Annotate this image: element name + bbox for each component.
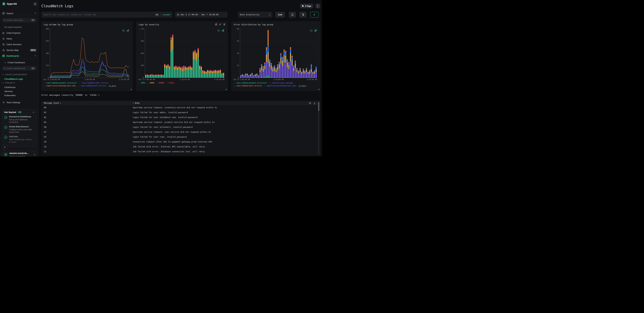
kebab-icon [318,5,318,7]
calendar-icon [177,14,179,16]
sql-toggle[interactable]: SQL [155,13,159,16]
column-body[interactable]: Body [133,102,140,104]
legend-item[interactable]: —INFO [139,82,145,84]
wrap-text-icon[interactable] [309,102,311,104]
kbd-shortcut: ⌘K [31,67,35,70]
sidebar-item-search[interactable]: Search [0,11,39,15]
section-presets[interactable]: PRESETS [0,81,39,84]
search-icon [4,19,6,21]
legend-more[interactable]: +1 more [298,85,306,87]
legend-item[interactable]: —ERROR [156,82,164,84]
live-button[interactable]: Live [275,12,285,17]
table-row[interactable]: 15Job failed with error: External API un… [42,144,317,149]
collapse-sidebar-icon[interactable] [34,3,36,5]
resize-handle[interactable] [130,89,132,90]
table-row[interactable]: 62Upstream service timeout: product-serv… [42,120,317,125]
sidebar-item-kubernetes[interactable]: Kubernetes [0,93,39,98]
saved-searches-input[interactable]: ⌘K [2,18,37,22]
body-cell: Job failed with error: External API unav… [133,146,205,148]
sidebar-item-clickhouse[interactable]: ClickHouse [0,85,39,89]
saved-dashboards-field[interactable] [6,67,30,70]
table-scrollbar[interactable] [318,101,320,155]
saved-searches-field[interactable] [6,19,30,21]
legend-item[interactable]: —/aws/lambda/order-service [80,82,108,84]
legend-item[interactable]: —/aws/lambda/auth-service [234,85,262,87]
sidebar-item-client-sessions[interactable]: Client Sessions [0,42,39,46]
help-button[interactable]: ? [2,144,8,150]
legend-item[interactable]: —/aws/lambda/payment-processor [234,82,267,84]
sidebar-item-alerts[interactable]: Alerts [0,36,39,41]
table-row[interactable]: 57Upstream service timeout: user-service… [42,130,317,134]
more-menu-button[interactable] [316,4,320,8]
date-range-picker[interactable]: Dec 6 17:00:00 - Dec 7 18:00:00 [175,12,228,17]
legend-item[interactable]: —/application/background-jobs [44,85,76,87]
get-started-item[interactable]: Add DataStart sending logs, metrics, or … [4,136,34,143]
legend-more[interactable]: +1 more [108,85,116,87]
download-icon[interactable] [314,102,316,104]
legend-item[interactable]: —/application/background-jobs [264,85,296,87]
scrollbar-thumb[interactable] [318,102,319,111]
body-cell: Connection timeout after 30s to payment-… [133,141,212,143]
granularity-select[interactable]: Auto Granularity [238,12,272,17]
message-count-cell: 57 [42,131,133,133]
user-menu[interactable]: D dominic.tran@clic... dominic.tran@clic… [2,151,37,156]
chart-plot[interactable]: 03006009001.2KDec 6 5:00:00 PM3:30:00 AM… [138,27,225,81]
legend-item[interactable]: —WARN [148,82,154,84]
tags-button[interactable]: 0 Tags [300,4,313,8]
run-query-button[interactable] [310,12,318,17]
bar-mode-icon[interactable] [127,29,129,31]
table-row[interactable]: 53Login failed for user root, invalid pa… [42,134,317,139]
column-message-count[interactable]: Message Count ↓ [42,102,133,104]
get-started-item[interactable]: Create Data SourcesConfigure where your … [4,126,34,133]
table-row[interactable]: 69Upstream service timeout: inventory-se… [42,105,317,110]
table-row[interactable]: 62Login failed for user test@test.com, i… [42,115,317,120]
chart-title: Log volume by log group [44,23,73,26]
lucene-toggle[interactable]: Lucene [163,13,170,16]
avatar: D [4,153,8,156]
hyperdx-app: HyperDX Search ⌘K No saved searches [0,0,322,156]
chart-plot[interactable]: 0150300450600Dec 6 5:00:00 PM3:30:00 AM5… [44,27,130,81]
table-row[interactable]: 58Login failed for user attacker1, inval… [42,125,317,130]
legend-item[interactable]: —/aws/lambda/auth-service [78,85,106,87]
chart-plot[interactable]: 020406080Dec 6 5:00:00 PM3:30:00 AM5:30:… [234,27,318,81]
event-search-field[interactable] [44,13,154,16]
line-mode-icon[interactable] [310,29,313,31]
sidebar-item-dashboards[interactable]: Dashboards [0,54,39,58]
legend-item[interactable]: —FATAL [166,82,174,84]
sidebar-item-service-map[interactable]: Service Map BETA [0,48,39,52]
table-row[interactable]: 11Job failed with error: Database connec… [42,149,317,154]
message-count-cell: 16 [42,141,133,143]
bar-mode-icon[interactable] [314,29,316,31]
filter-button[interactable] [299,12,306,17]
chart-error-distribution: Error distribution by log group 02040608… [232,21,320,91]
message-count-cell: 11 [42,151,133,153]
svg-text:Dec 6 5:00:00 PM: Dec 6 5:00:00 PM [138,79,155,80]
body-cell: Upstream service timeout: user-service d… [133,131,211,133]
section-saved-dashboards[interactable]: SAVED DASHBOARDS [0,73,39,76]
delete-icon[interactable] [223,23,225,25]
event-search-input[interactable]: SQL | Lucene [42,12,172,17]
get-started-item[interactable]: Connect to ClickHouseSet up your databas… [4,116,34,124]
sidebar-item-team-settings[interactable]: Team Settings [0,100,39,105]
sidebar-item-label: Client Sessions [6,43,22,46]
duplicate-icon[interactable] [215,23,217,25]
resize-handle[interactable] [318,89,319,90]
resize-handle[interactable] [226,89,227,90]
get-started-header[interactable]: Get Started 3/3 [4,111,34,114]
sidebar-item-services[interactable]: Services [0,89,39,93]
legend-item[interactable]: —/aws/ecs/api-gateway [270,82,293,84]
sidebar-item-label: Chart Explorer [6,32,20,34]
chart-log-volume: Log volume by log group 0150300450600Dec… [42,21,132,91]
line-mode-icon[interactable] [218,29,220,31]
bar-mode-icon[interactable] [222,29,224,31]
line-mode-icon[interactable] [122,29,125,31]
saved-dashboards-input[interactable]: ⌘K [2,66,37,71]
sidebar-item-chart-explorer[interactable]: Chart Explorer [0,31,39,35]
table-row[interactable]: 62Login failed for user admin, invalid p… [42,110,317,115]
refresh-button[interactable] [289,12,296,17]
sidebar-item-cloudwatch-logs[interactable]: CloudWatch Logs [0,77,39,81]
table-row[interactable]: 16Connection timeout after 30s to paymen… [42,139,317,144]
create-dashboard-button[interactable]: + Create Dashboard [0,60,39,65]
legend-item[interactable]: —/aws/lambda/payment-processor [44,82,77,84]
edit-icon[interactable] [219,23,221,25]
